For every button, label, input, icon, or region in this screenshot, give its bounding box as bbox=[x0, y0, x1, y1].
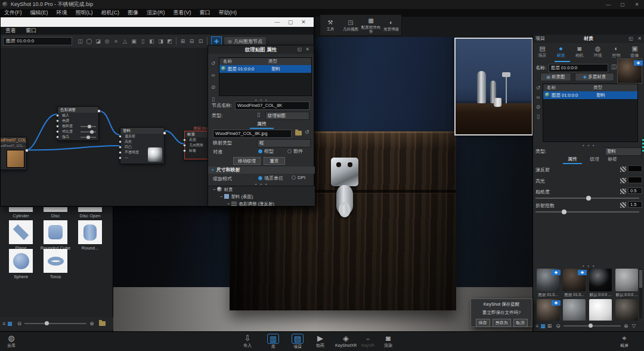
utility-node-icon[interactable]: ◩ bbox=[165, 38, 174, 44]
trash-icon[interactable]: ▯ bbox=[534, 113, 542, 119]
graph-window-titlebar[interactable]: — ▢ ✕ bbox=[1, 17, 314, 27]
gamma-slider[interactable] bbox=[80, 137, 96, 138]
maximize-button[interactable]: ▢ bbox=[615, 0, 630, 9]
configurator-wizard-button[interactable]: ▩ 配置程序向导 bbox=[361, 15, 381, 35]
zoom-out-icon[interactable]: ⊖ bbox=[556, 323, 561, 329]
import-button[interactable]: ⇩ 导入 bbox=[243, 334, 252, 348]
refresh-icon[interactable]: ↺ bbox=[209, 60, 217, 66]
material-preview-thumbnail[interactable]: ✚ bbox=[617, 59, 642, 84]
menu-environment[interactable]: 环境 bbox=[52, 9, 72, 17]
graph-maximize-button[interactable]: ▢ bbox=[284, 18, 297, 26]
dock-left-icon[interactable]: ⊞ bbox=[178, 38, 187, 44]
node-type-dropdown[interactable]: 纹理贴图 bbox=[265, 112, 309, 120]
render-button[interactable]: ◙ 渲染 bbox=[384, 334, 392, 348]
menu-render[interactable]: 渲染(R) bbox=[143, 9, 169, 17]
material-node-icon[interactable]: ◧ bbox=[147, 38, 156, 44]
material-thumb-3[interactable] bbox=[589, 269, 612, 291]
tree-item-color-adjust[interactable]: −色彩调整 (漫反射) bbox=[208, 201, 315, 206]
focus-icon[interactable]: ◎ bbox=[103, 38, 112, 44]
align-part-radio[interactable]: 部件 bbox=[287, 148, 303, 155]
library-item-disc-open[interactable]: Disc Open bbox=[73, 213, 107, 218]
splitter-handle[interactable]: ● ● ● bbox=[533, 264, 644, 267]
grid-view-icon[interactable]: ▦ bbox=[540, 323, 546, 329]
material-graph-button[interactable]: ⊞材质图 bbox=[540, 73, 571, 81]
graph-minimize-button[interactable]: — bbox=[271, 18, 284, 26]
menu-window[interactable]: 窗口 bbox=[196, 9, 215, 17]
library-button[interactable]: ▥ 库 bbox=[267, 334, 279, 349]
delete-icon[interactable]: ▯ bbox=[138, 38, 147, 44]
roughness-texture-icon[interactable] bbox=[620, 189, 626, 194]
material-thumb-5[interactable]: ✚ bbox=[537, 299, 559, 322]
filter-icon[interactable]: ▽ bbox=[631, 323, 636, 329]
browse-folder-icon[interactable] bbox=[295, 131, 302, 136]
light-manager-button[interactable]: ◐ 光管理器 bbox=[381, 15, 401, 35]
tab-camera[interactable]: ◙相机 bbox=[570, 44, 589, 61]
library-item-plane[interactable]: Plane bbox=[4, 220, 38, 251]
move-texture-button[interactable]: 移动纹理 bbox=[233, 157, 261, 165]
thumbnail-size-slider[interactable] bbox=[564, 325, 621, 327]
menu-file[interactable]: 文件(F) bbox=[0, 9, 26, 17]
tab-properties[interactable]: 属性 bbox=[563, 156, 582, 164]
diffuse-texture-icon[interactable] bbox=[620, 167, 626, 172]
graph-layer-field[interactable]: 图层 01:0:0:0 bbox=[3, 37, 72, 45]
tab-material[interactable]: ●材质 bbox=[552, 44, 570, 61]
menu-camera[interactable]: 相机(C) bbox=[97, 9, 124, 17]
material-thumb-7[interactable] bbox=[589, 299, 612, 322]
graph-close-button[interactable]: ✕ bbox=[297, 18, 310, 26]
texture-node-icon[interactable]: ◨ bbox=[156, 38, 165, 44]
cloud-library-button[interactable]: ◍ 云库 bbox=[7, 334, 16, 348]
contrast-slider[interactable] bbox=[80, 131, 96, 133]
tab-scene[interactable]: ▤场景 bbox=[533, 44, 552, 61]
diffuse-color-swatch[interactable] bbox=[628, 165, 642, 172]
list-view-icon[interactable]: ≡ bbox=[535, 323, 538, 329]
library-item-rounded-cube[interactable]: Rounded Cube bbox=[38, 220, 73, 251]
roughness-value[interactable]: 0.5 bbox=[628, 187, 642, 194]
specular-color-swatch[interactable] bbox=[628, 177, 642, 183]
project-restore-icon[interactable]: ◱ bbox=[628, 35, 633, 43]
screenshot-button[interactable]: ⌖ 截屏 bbox=[620, 334, 628, 348]
saturation-slider[interactable] bbox=[80, 126, 96, 127]
thumbnail-scrollbar[interactable] bbox=[639, 269, 642, 319]
dialog-close-icon[interactable]: ✕ bbox=[304, 45, 311, 54]
material-thumb-4[interactable] bbox=[615, 269, 638, 291]
refresh-icon[interactable]: ↺ bbox=[534, 85, 542, 91]
texture-map-node[interactable]: WoodFine07_COL_8K WoodFine07_COL_8K.jpg bbox=[1, 137, 27, 170]
show-all-icon[interactable]: ◯ bbox=[85, 38, 94, 44]
node-preview-icon[interactable]: ◪ bbox=[94, 38, 103, 44]
duplicate-icon[interactable]: ▣ bbox=[129, 38, 138, 44]
library-item-cylinder[interactable]: Cylinder bbox=[4, 213, 38, 218]
bump-port[interactable] bbox=[119, 146, 122, 149]
color-adjust-output-port[interactable] bbox=[97, 109, 101, 113]
reset-button[interactable]: 重置 bbox=[264, 157, 285, 165]
close-button[interactable]: ✕ bbox=[630, 0, 644, 9]
material-thumb-1[interactable]: ✚ bbox=[537, 269, 559, 291]
texture-output-port[interactable] bbox=[25, 149, 29, 152]
plastic-node[interactable]: 塑料 漫反射 高光 凹凸 不透明度 — bbox=[120, 127, 165, 164]
link-icon[interactable]: ∞ bbox=[534, 94, 542, 100]
cancel-button[interactable]: 取消 bbox=[513, 319, 528, 327]
save-icon[interactable]: ◫ bbox=[76, 38, 85, 44]
unlink-icon[interactable]: ⊘ bbox=[209, 84, 217, 90]
add-folder-icon[interactable] bbox=[99, 321, 106, 326]
texture-file-input[interactable]: WoodFine07_COL_8K.jpg bbox=[213, 130, 292, 138]
tab-properties[interactable]: 属性 bbox=[250, 121, 274, 129]
project-close-icon[interactable]: ✕ bbox=[637, 35, 642, 43]
node-name-input[interactable]: WoodFine07_COL_8K bbox=[235, 101, 309, 110]
dock-bottom-icon[interactable]: ⊡ bbox=[196, 38, 205, 44]
project-button[interactable]: ▤ 项目 bbox=[292, 334, 304, 349]
tab-environment[interactable]: ◍环境 bbox=[589, 44, 607, 61]
surface-port[interactable] bbox=[183, 138, 186, 141]
mapping-type-dropdown[interactable]: 框 bbox=[257, 139, 311, 147]
align-model-radio[interactable]: 模型 bbox=[258, 148, 274, 155]
material-type-dropdown[interactable]: 塑料 bbox=[605, 147, 642, 156]
grid-view-icon[interactable]: ▦ bbox=[7, 321, 13, 327]
list-view-icon[interactable]: ≡ bbox=[2, 321, 5, 327]
tools-button[interactable]: ⚒ 工具 bbox=[320, 15, 340, 35]
save-button[interactable]: 保存 bbox=[476, 319, 490, 327]
diffuse-port[interactable] bbox=[119, 135, 122, 138]
reload-texture-icon[interactable]: ↺ bbox=[305, 129, 309, 135]
small-grid-view-icon[interactable]: ⊞ bbox=[547, 323, 552, 329]
adjust-icon[interactable]: ≡ bbox=[112, 38, 120, 44]
menu-help[interactable]: 帮助(H) bbox=[215, 9, 242, 17]
plastic-output-port[interactable] bbox=[163, 131, 166, 135]
